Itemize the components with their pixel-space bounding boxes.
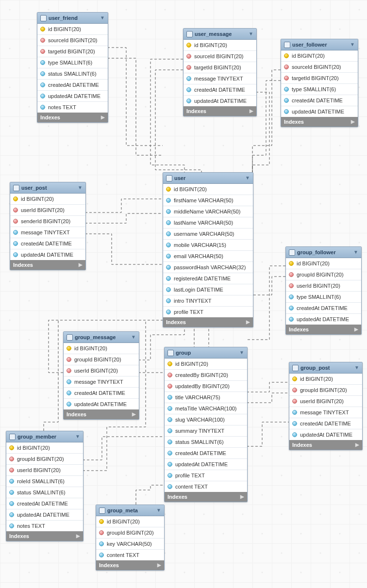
column-row[interactable]: slug VARCHAR(100) bbox=[165, 414, 247, 425]
expand-icon[interactable]: ▶ bbox=[250, 107, 253, 115]
expand-icon[interactable]: ▶ bbox=[240, 493, 244, 501]
collapse-icon[interactable]: ▼ bbox=[78, 184, 83, 192]
column-row[interactable]: message TINYTEXT bbox=[289, 407, 362, 418]
column-row[interactable]: createdAt DATETIME bbox=[289, 418, 362, 429]
column-row[interactable]: content TEXT bbox=[96, 549, 164, 560]
column-row[interactable]: title VARCHAR(75) bbox=[165, 392, 247, 403]
column-row[interactable]: userId BIGINT(20) bbox=[10, 204, 85, 215]
column-row[interactable]: mobile VARCHAR(15) bbox=[163, 239, 253, 250]
table-header[interactable]: user_message▼ bbox=[184, 29, 256, 40]
column-row[interactable]: updatedAt DATETIME bbox=[6, 509, 83, 520]
column-row[interactable]: status SMALLINT(6) bbox=[165, 436, 247, 447]
collapse-icon[interactable]: ▼ bbox=[354, 364, 359, 372]
column-row[interactable]: profile TEXT bbox=[165, 470, 247, 481]
column-row[interactable]: groupId BIGINT(20) bbox=[64, 354, 139, 365]
expand-icon[interactable]: ▶ bbox=[354, 326, 358, 333]
column-row[interactable]: notes TEXT bbox=[6, 520, 83, 531]
column-row[interactable]: id BIGINT(20) bbox=[96, 516, 164, 527]
column-row[interactable]: type SMALLINT(6) bbox=[37, 57, 108, 68]
table-user_post[interactable]: user_post▼id BIGINT(20)userId BIGINT(20)… bbox=[10, 182, 86, 270]
column-row[interactable]: sourceId BIGINT(20) bbox=[184, 50, 256, 62]
column-row[interactable]: updatedAt DATETIME bbox=[165, 458, 247, 470]
column-row[interactable]: senderId BIGINT(20) bbox=[10, 215, 85, 227]
table-header[interactable]: group_meta▼ bbox=[96, 505, 164, 516]
column-row[interactable]: updatedAt DATETIME bbox=[184, 95, 256, 106]
table-header[interactable]: user_follower▼ bbox=[281, 39, 358, 50]
table-group[interactable]: group▼id BIGINT(20)createdBy BIGINT(20)u… bbox=[164, 347, 248, 502]
column-row[interactable]: lastName VARCHAR(50) bbox=[163, 217, 253, 228]
column-row[interactable]: content TEXT bbox=[165, 481, 247, 492]
expand-icon[interactable]: ▶ bbox=[351, 118, 355, 126]
expand-icon[interactable]: ▶ bbox=[76, 532, 80, 540]
column-row[interactable]: updatedAt DATETIME bbox=[289, 429, 362, 440]
column-row[interactable]: metaTitle VARCHAR(100) bbox=[165, 403, 247, 414]
indexes-section[interactable]: Indexes▶ bbox=[281, 117, 358, 127]
collapse-icon[interactable]: ▼ bbox=[239, 349, 244, 357]
column-row[interactable]: id BIGINT(20) bbox=[289, 374, 362, 384]
table-group_post[interactable]: group_post▼id BIGINT(20)groupId BIGINT(2… bbox=[289, 362, 363, 450]
column-row[interactable]: id BIGINT(20) bbox=[286, 258, 361, 269]
collapse-icon[interactable]: ▼ bbox=[156, 506, 161, 514]
column-row[interactable]: updatedAt DATETIME bbox=[37, 90, 108, 101]
expand-icon[interactable]: ▶ bbox=[246, 318, 250, 326]
indexes-section[interactable]: Indexes▶ bbox=[184, 106, 256, 116]
table-group_meta[interactable]: group_meta▼id BIGINT(20)groupId BIGINT(2… bbox=[96, 505, 165, 571]
collapse-icon[interactable]: ▼ bbox=[75, 433, 80, 441]
column-row[interactable]: updatedBy BIGINT(20) bbox=[165, 380, 247, 392]
table-header[interactable]: user_post▼ bbox=[10, 182, 85, 194]
column-row[interactable]: id BIGINT(20) bbox=[37, 24, 108, 34]
column-row[interactable]: intro TINYTEXT bbox=[163, 295, 253, 306]
column-row[interactable]: message TINYTEXT bbox=[64, 376, 139, 387]
column-row[interactable]: username VARCHAR(50) bbox=[163, 228, 253, 239]
column-row[interactable]: type SMALLINT(6) bbox=[286, 291, 361, 302]
column-row[interactable]: middleName VARCHAR(50) bbox=[163, 206, 253, 217]
column-row[interactable]: summary TINYTEXT bbox=[165, 425, 247, 436]
indexes-section[interactable]: Indexes▶ bbox=[96, 560, 164, 570]
indexes-section[interactable]: Indexes▶ bbox=[6, 531, 83, 541]
indexes-section[interactable]: Indexes▶ bbox=[289, 440, 362, 450]
table-user_follower[interactable]: user_follower▼id BIGINT(20)sourceId BIGI… bbox=[281, 39, 358, 127]
collapse-icon[interactable]: ▼ bbox=[245, 174, 250, 182]
column-row[interactable]: userId BIGINT(20) bbox=[6, 464, 83, 475]
column-row[interactable]: createdBy BIGINT(20) bbox=[165, 369, 247, 380]
expand-icon[interactable]: ▶ bbox=[157, 561, 161, 569]
table-user[interactable]: user▼id BIGINT(20)firstName VARCHAR(50)m… bbox=[163, 172, 253, 327]
column-row[interactable]: sourceId BIGINT(20) bbox=[37, 34, 108, 46]
column-row[interactable]: updatedAt DATETIME bbox=[281, 106, 358, 117]
indexes-section[interactable]: Indexes▶ bbox=[163, 317, 253, 327]
column-row[interactable]: type SMALLINT(6) bbox=[281, 83, 358, 95]
column-row[interactable]: key VARCHAR(50) bbox=[96, 538, 164, 549]
column-row[interactable]: status SMALLINT(6) bbox=[6, 487, 83, 498]
column-row[interactable]: id BIGINT(20) bbox=[281, 50, 358, 61]
table-group_message[interactable]: group_message▼id BIGINT(20)groupId BIGIN… bbox=[63, 331, 139, 420]
expand-icon[interactable]: ▶ bbox=[355, 441, 359, 449]
column-row[interactable]: email VARCHAR(50) bbox=[163, 250, 253, 261]
column-row[interactable]: createdAt DATETIME bbox=[165, 447, 247, 458]
column-row[interactable]: id BIGINT(20) bbox=[10, 194, 85, 204]
table-user_message[interactable]: user_message▼id BIGINT(20)sourceId BIGIN… bbox=[183, 28, 257, 116]
column-row[interactable]: createdAt DATETIME bbox=[37, 79, 108, 90]
column-row[interactable]: id BIGINT(20) bbox=[64, 343, 139, 354]
column-row[interactable]: targetId BIGINT(20) bbox=[281, 72, 358, 83]
column-row[interactable]: roleId SMALLINT(6) bbox=[6, 475, 83, 487]
column-row[interactable]: userId BIGINT(20) bbox=[286, 280, 361, 291]
column-row[interactable]: groupId BIGINT(20) bbox=[96, 527, 164, 538]
indexes-section[interactable]: Indexes▶ bbox=[64, 409, 139, 419]
column-row[interactable]: notes TEXT bbox=[37, 101, 108, 113]
column-row[interactable]: updatedAt DATETIME bbox=[64, 398, 139, 409]
table-header[interactable]: group▼ bbox=[165, 347, 247, 359]
collapse-icon[interactable]: ▼ bbox=[100, 14, 105, 22]
column-row[interactable]: id BIGINT(20) bbox=[6, 442, 83, 453]
column-row[interactable]: id BIGINT(20) bbox=[163, 184, 253, 195]
table-header[interactable]: user_friend▼ bbox=[37, 13, 108, 24]
expand-icon[interactable]: ▶ bbox=[79, 261, 83, 269]
column-row[interactable]: createdAt DATETIME bbox=[64, 387, 139, 398]
expand-icon[interactable]: ▶ bbox=[132, 410, 136, 418]
column-row[interactable]: updatedAt DATETIME bbox=[286, 313, 361, 325]
table-header[interactable]: group_message▼ bbox=[64, 332, 139, 343]
table-header[interactable]: group_follower▼ bbox=[286, 247, 361, 258]
column-row[interactable]: targetId BIGINT(20) bbox=[184, 62, 256, 73]
column-row[interactable]: passwordHash VARCHAR(32) bbox=[163, 261, 253, 273]
column-row[interactable]: firstName VARCHAR(50) bbox=[163, 195, 253, 206]
column-row[interactable]: userId BIGINT(20) bbox=[289, 395, 362, 407]
